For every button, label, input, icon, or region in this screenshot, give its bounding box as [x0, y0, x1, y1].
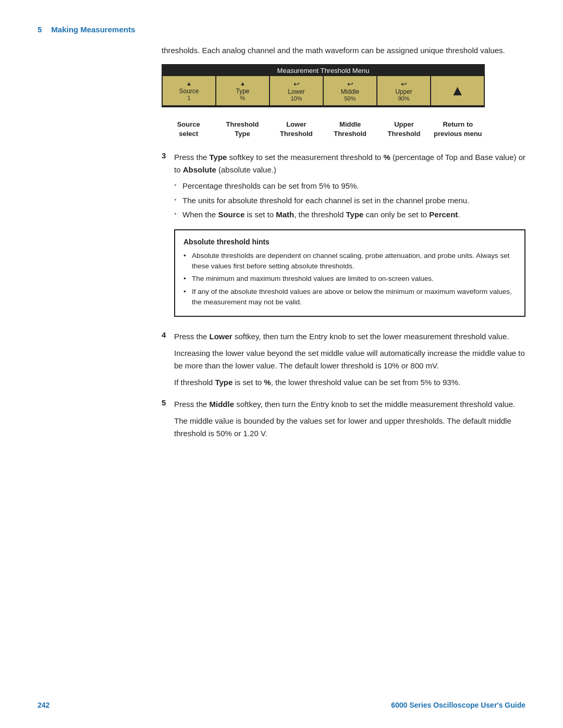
- step-4: 4 Press the Lower softkey, then turn the…: [162, 330, 525, 393]
- return-arrow-icon: ▲: [450, 82, 465, 99]
- lower-button[interactable]: ↩ Lower 10%: [270, 76, 324, 105]
- menu-title-bar: Measurement Threshold Menu: [163, 65, 484, 76]
- middle-threshold-label: Middle Threshold: [323, 120, 377, 139]
- upper-label: Upper: [395, 88, 412, 95]
- menu-diagram: Measurement Threshold Menu ▲ Source 1 ▲ …: [162, 64, 485, 107]
- middle-icon: ↩: [347, 80, 353, 88]
- menu-buttons-row: ▲ Source 1 ▲ Type % ↩ Lower 10% ↩ Middle…: [163, 76, 484, 106]
- step-3-text: Press the Type softkey to set the measur…: [174, 151, 525, 176]
- intro-paragraph: thresholds. Each analog channel and the …: [162, 44, 525, 57]
- hint-item-3: If any of the absolute threshold values …: [183, 287, 516, 308]
- step-4-text-1: Press the Lower softkey, then turn the E…: [174, 330, 525, 343]
- return-bot: previous menu: [431, 129, 485, 139]
- menu-labels: Source select Threshold Type Lower Thres…: [162, 120, 485, 139]
- footer-doc-title: 6000 Series Oscilloscope User's Guide: [391, 701, 525, 709]
- bullet-2: The units for absolute threshold for eac…: [174, 195, 525, 207]
- step-5-text-2: The middle value is bounded by the value…: [174, 415, 525, 440]
- main-content: thresholds. Each analog channel and the …: [0, 44, 563, 444]
- page-footer: 242 6000 Series Oscilloscope User's Guid…: [0, 701, 563, 709]
- lower-threshold-top: Lower: [270, 120, 323, 129]
- bullet-3: When the Source is set to Math, the thre…: [174, 209, 525, 221]
- source-select-label: Source select: [162, 120, 215, 139]
- type-value: %: [240, 95, 246, 101]
- type-label: Type: [236, 88, 249, 95]
- step-5: 5 Press the Middle softkey, then turn th…: [162, 398, 525, 444]
- source-value: 1: [187, 95, 190, 101]
- step-4-content: Press the Lower softkey, then turn the E…: [174, 330, 525, 393]
- hint-box: Absolute threshold hints Absolute thresh…: [174, 229, 525, 317]
- source-arrow-icon: ▲: [186, 80, 192, 87]
- upper-threshold-label: Upper Threshold: [377, 120, 431, 139]
- type-arrow-icon: ▲: [240, 80, 246, 87]
- footer-page-number: 242: [38, 701, 50, 709]
- lower-threshold-label: Lower Threshold: [270, 120, 323, 139]
- source-label: Source: [179, 88, 199, 95]
- step-5-number: 5: [162, 398, 174, 407]
- step-4-number: 4: [162, 330, 174, 339]
- threshold-type-label: Threshold Type: [215, 120, 269, 139]
- page-header: 5 Making Measurements: [0, 0, 563, 44]
- hint-list: Absolute thresholds are dependent on cha…: [183, 251, 516, 307]
- upper-threshold-bot: Threshold: [377, 129, 431, 139]
- chapter-title: Making Measurements: [51, 25, 135, 34]
- step-4-text-3: If threshold Type is set to %, the lower…: [174, 376, 525, 389]
- source-select-bot: select: [162, 129, 215, 139]
- step-4-text-2: Increasing the lower value beyond the se…: [174, 347, 525, 372]
- lower-icon: ↩: [293, 80, 300, 88]
- chapter-number: 5: [38, 25, 42, 34]
- middle-label: Middle: [341, 88, 359, 95]
- step-3-bullets: Percentage thresholds can be set from 5%…: [174, 180, 525, 221]
- middle-button[interactable]: ↩ Middle 50%: [324, 76, 377, 105]
- step-3-content: Press the Type softkey to set the measur…: [174, 151, 525, 325]
- return-top: Return to: [431, 120, 485, 129]
- lower-threshold-bot: Threshold: [270, 129, 323, 139]
- return-button[interactable]: ▲: [431, 76, 484, 105]
- upper-icon: ↩: [401, 80, 407, 88]
- source-select-top: Source: [162, 120, 215, 129]
- step-3: 3 Press the Type softkey to set the meas…: [162, 151, 525, 325]
- middle-threshold-bot: Threshold: [323, 129, 377, 139]
- step-3-number: 3: [162, 151, 174, 160]
- return-prev-menu-label: Return to previous menu: [431, 120, 485, 139]
- middle-value: 50%: [344, 95, 356, 102]
- hint-item-1: Absolute thresholds are dependent on cha…: [183, 251, 516, 272]
- step-5-content: Press the Middle softkey, then turn the …: [174, 398, 525, 444]
- middle-threshold-top: Middle: [323, 120, 377, 129]
- threshold-type-bot: Type: [215, 129, 269, 139]
- type-button[interactable]: ▲ Type %: [216, 76, 270, 105]
- upper-value: 90%: [398, 95, 409, 102]
- hint-box-title: Absolute threshold hints: [183, 237, 516, 248]
- lower-value: 10%: [290, 95, 302, 102]
- upper-button[interactable]: ↩ Upper 90%: [377, 76, 431, 105]
- bullet-1: Percentage thresholds can be set from 5%…: [174, 180, 525, 192]
- source-button[interactable]: ▲ Source 1: [163, 76, 216, 105]
- hint-item-2: The minimum and maximum threshold values…: [183, 274, 516, 284]
- lower-label: Lower: [288, 88, 305, 95]
- threshold-type-top: Threshold: [215, 120, 269, 129]
- step-5-text-1: Press the Middle softkey, then turn the …: [174, 398, 525, 411]
- upper-threshold-top: Upper: [377, 120, 431, 129]
